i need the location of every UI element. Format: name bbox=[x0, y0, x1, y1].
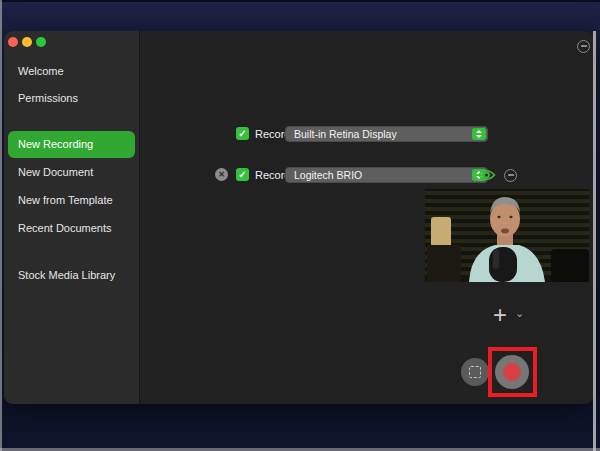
record-region-button[interactable] bbox=[461, 358, 489, 386]
sidebar-item-permissions[interactable]: Permissions bbox=[18, 92, 78, 104]
camera-more-options-icon[interactable]: ••• bbox=[504, 169, 517, 182]
zoom-button[interactable] bbox=[36, 37, 46, 47]
sidebar-item-new-recording[interactable]: New Recording bbox=[8, 131, 135, 158]
sidebar-item-new-from-template[interactable]: New from Template bbox=[18, 194, 113, 206]
record-camera-checkbox[interactable]: ✓ bbox=[236, 168, 249, 181]
sidebar: Welcome Permissions New Recording New Do… bbox=[4, 31, 140, 404]
remove-source-icon[interactable]: ✕ bbox=[215, 168, 228, 181]
screenshot-left-border bbox=[0, 0, 2, 451]
camera-source-dropdown[interactable]: Logitech BRIO bbox=[285, 167, 488, 183]
region-marquee-icon bbox=[469, 366, 481, 378]
sidebar-item-recent-documents[interactable]: Recent Documents bbox=[18, 222, 112, 234]
sidebar-item-new-document[interactable]: New Document bbox=[18, 166, 93, 178]
display-source-value: Built-in Retina Display bbox=[294, 128, 397, 140]
app-window: Welcome Permissions New Recording New Do… bbox=[4, 31, 594, 404]
sidebar-item-welcome[interactable]: Welcome bbox=[18, 65, 64, 77]
camera-source-value: Logitech BRIO bbox=[294, 169, 362, 181]
annotation-highlight-box bbox=[488, 347, 537, 397]
preview-eye-icon[interactable] bbox=[477, 168, 496, 186]
minimize-button[interactable] bbox=[22, 37, 32, 47]
add-source-button[interactable]: + bbox=[487, 303, 513, 329]
close-button[interactable] bbox=[8, 37, 18, 47]
right-edge-line bbox=[593, 31, 596, 451]
window-more-options-icon[interactable]: ••• bbox=[577, 40, 590, 53]
sidebar-item-stock-media-library[interactable]: Stock Media Library bbox=[18, 269, 115, 281]
webcam-preview-image bbox=[425, 189, 589, 282]
desktop-background: Welcome Permissions New Recording New Do… bbox=[0, 0, 600, 451]
record-display-checkbox[interactable]: ✓ bbox=[236, 127, 249, 140]
display-source-dropdown[interactable]: Built-in Retina Display bbox=[285, 126, 488, 142]
screenshot-top-border bbox=[0, 0, 600, 2]
add-source-chevron-down-icon[interactable]: ⌄ bbox=[515, 307, 524, 320]
dropdown-stepper-icon bbox=[472, 128, 486, 140]
main-panel: ••• ✓ Record: Built-in Retina Display ✕ … bbox=[141, 31, 594, 404]
traffic-lights bbox=[8, 37, 68, 49]
